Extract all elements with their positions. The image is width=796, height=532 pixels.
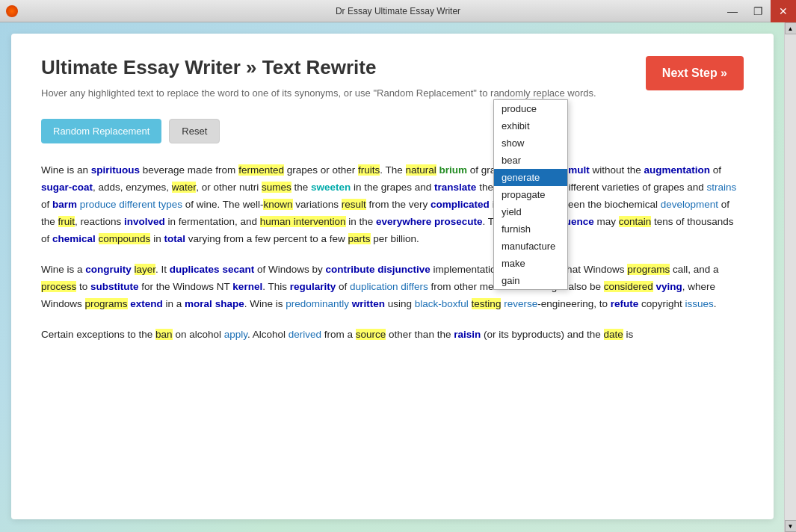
word-compounds[interactable]: compounds — [99, 233, 151, 244]
word-sumes[interactable]: sumes — [262, 182, 291, 193]
word-everywhere-prosecute[interactable]: everywhere prosecute — [376, 216, 483, 227]
dropdown-item-make[interactable]: make — [494, 255, 567, 272]
word-chemical[interactable]: chemical — [52, 233, 96, 244]
next-step-button[interactable]: Next Step » — [646, 56, 744, 90]
word-produce[interactable]: produce — [80, 199, 117, 210]
title-bar: Dr Essay Ultimate Essay Writer — ❐ ✕ — [0, 0, 796, 22]
restore-button[interactable]: ❐ — [745, 0, 771, 22]
word-kernel[interactable]: kernel — [232, 281, 262, 292]
word-issues[interactable]: issues — [685, 298, 714, 309]
word-predominantly[interactable]: predominantly — [286, 298, 349, 309]
word-date[interactable]: date — [604, 329, 623, 340]
dropdown-item-propagate[interactable]: propagate — [494, 186, 567, 203]
dropdown-item-yield[interactable]: yield — [494, 203, 567, 220]
dropdown-item-manufacture[interactable]: manufacture — [494, 238, 567, 255]
subtitle: Hover any highlighted text to replace th… — [41, 87, 744, 100]
word-secant[interactable]: secant — [222, 264, 254, 275]
word-augmentation[interactable]: augmentation — [644, 164, 710, 176]
paragraph-1: Wine is an spirituous beverage made from… — [41, 162, 744, 248]
word-ban[interactable]: ban — [155, 329, 173, 340]
word-contain[interactable]: contain — [619, 216, 652, 227]
word-fruit[interactable]: fruit — [58, 216, 75, 227]
word-disjunctive[interactable]: disjunctive — [377, 264, 431, 275]
word-reverse[interactable]: reverse — [504, 298, 537, 309]
dropdown-item-produce[interactable]: produce — [494, 100, 567, 117]
word-extend[interactable]: extend — [130, 298, 163, 309]
word-programs[interactable]: programs — [627, 264, 670, 275]
scrollbar-right: ▲ ▼ — [784, 22, 796, 532]
word-written[interactable]: written — [352, 298, 385, 309]
word-black-boxful[interactable]: black-boxful — [415, 298, 469, 309]
word-layer[interactable]: layer — [135, 264, 156, 275]
paragraph-2: Wine is a congruity layer. It duplicates… — [41, 262, 744, 313]
word-vying[interactable]: vying — [655, 281, 682, 292]
page-title: Ultimate Essay Writer » Text Rewrite — [41, 56, 744, 79]
word-testing[interactable]: testing — [472, 298, 502, 309]
word-source[interactable]: source — [356, 329, 386, 340]
minimize-button[interactable]: — — [720, 0, 745, 22]
word-different-types[interactable]: different types — [119, 199, 182, 210]
main-content: Ultimate Essay Writer » Text Rewrite Hov… — [11, 34, 774, 519]
dropdown-item-show[interactable]: show — [494, 134, 567, 152]
word-barm[interactable]: barm — [52, 199, 77, 210]
word-duplication[interactable]: duplication — [350, 281, 398, 292]
word-congruity[interactable]: congruity — [85, 264, 132, 275]
word-contribute[interactable]: contribute — [325, 264, 374, 275]
paragraph-3: Certain exceptions to the ban on alcohol… — [41, 327, 744, 344]
word-sweeten[interactable]: sweeten — [311, 182, 351, 193]
word-sugarcoat[interactable]: sugar-coat — [41, 182, 93, 193]
word-spirituous[interactable]: spirituous — [91, 164, 140, 176]
word-natural[interactable]: natural — [406, 164, 436, 176]
word-parts[interactable]: parts — [348, 233, 371, 244]
title-bar-logo — [6, 5, 18, 17]
word-moral[interactable]: moral — [185, 298, 212, 309]
dropdown-item-furnish[interactable]: furnish — [494, 220, 567, 238]
word-water[interactable]: water — [172, 182, 196, 193]
word-raisin[interactable]: raisin — [454, 329, 481, 340]
scroll-up-arrow[interactable]: ▲ — [785, 22, 797, 34]
dropdown-item-bear[interactable]: bear — [494, 152, 567, 169]
word-development[interactable]: development — [661, 199, 718, 210]
word-translate[interactable]: translate — [434, 182, 476, 193]
word-strains[interactable]: strains — [707, 182, 737, 193]
word-considered[interactable]: considered — [604, 281, 653, 292]
random-replacement-button[interactable]: Random Replacement — [41, 119, 161, 143]
word-human-intervention[interactable]: human intervention — [260, 216, 346, 227]
buttons-row: Random Replacement Reset — [41, 119, 744, 143]
word-fermented[interactable]: fermented — [238, 164, 284, 176]
title-bar-buttons: — ❐ ✕ — [720, 0, 796, 22]
word-shape[interactable]: shape — [215, 298, 244, 309]
word-process[interactable]: process — [41, 281, 76, 292]
word-total[interactable]: total — [164, 233, 185, 244]
synonym-dropdown: produceexhibitshowbeargeneratepropagatey… — [493, 99, 568, 290]
word-result[interactable]: result — [342, 199, 366, 210]
word-complicated[interactable]: complicated — [431, 199, 490, 210]
dropdown-item-exhibit[interactable]: exhibit — [494, 117, 567, 134]
word-programs2[interactable]: programs — [85, 298, 128, 309]
word-differs[interactable]: differs — [401, 281, 428, 292]
dropdown-item-generate[interactable]: generate — [494, 169, 567, 186]
text-content: Wine is an spirituous beverage made from… — [41, 162, 744, 343]
word-substitute[interactable]: substitute — [90, 281, 139, 292]
word-fruits[interactable]: fruits — [358, 164, 380, 176]
dropdown-item-gain[interactable]: gain — [494, 272, 567, 289]
word-brium[interactable]: brium — [439, 164, 468, 176]
close-button[interactable]: ✕ — [771, 0, 796, 22]
word-known[interactable]: known — [263, 199, 292, 210]
word-duplicates[interactable]: duplicates — [170, 264, 220, 275]
word-involved[interactable]: involved — [124, 216, 165, 227]
word-refute[interactable]: refute — [611, 298, 639, 309]
reset-button[interactable]: Reset — [169, 119, 220, 143]
word-regularity[interactable]: regularity — [290, 281, 336, 292]
app-title: Dr Essay Ultimate Essay Writer — [336, 6, 460, 16]
word-derived[interactable]: derived — [289, 329, 321, 340]
scroll-down-arrow[interactable]: ▼ — [785, 520, 797, 532]
word-apply[interactable]: apply — [224, 329, 247, 340]
